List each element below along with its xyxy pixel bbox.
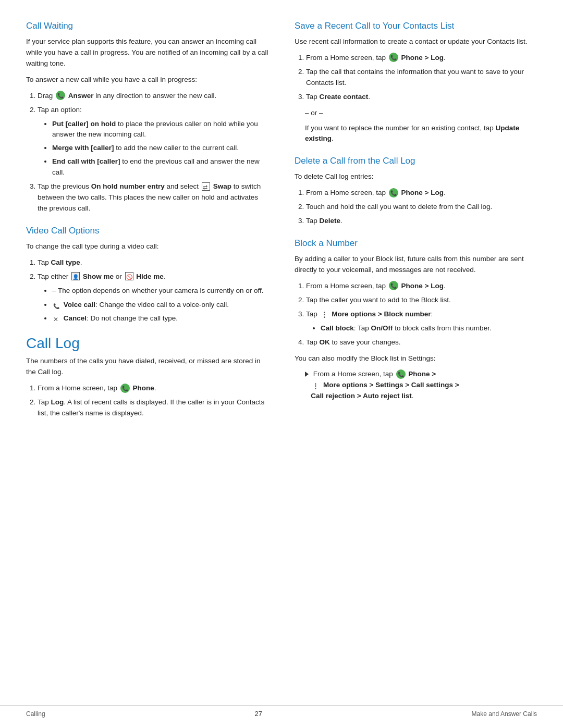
- call-log-section: Call Log The numbers of the calls you ha…: [26, 335, 268, 419]
- video-call-intro: To change the call type during a video c…: [26, 241, 268, 252]
- or-text: If you want to replace the number for an…: [305, 123, 537, 145]
- video-call-title: Video Call Options: [26, 226, 268, 236]
- video-call-steps: Tap Call type. Tap either Show me or Hid…: [26, 257, 268, 324]
- swap-icon: [202, 182, 210, 191]
- footer: Calling 27 Make and Answer Calls: [0, 705, 563, 718]
- cancel-icon: [53, 314, 60, 322]
- block-also-text: You can also modify the Block list in Se…: [295, 353, 537, 364]
- block-number-section: Block a Number By adding a caller to you…: [295, 238, 537, 402]
- phone-icon-sr1: [389, 53, 398, 62]
- call-log-title: Call Log: [26, 335, 268, 352]
- block-step1: From a Home screen, tap Phone > Log.: [306, 281, 537, 292]
- phone-icon-b2: [396, 369, 406, 379]
- call-log-step1: From a Home screen, tap Phone.: [38, 383, 268, 394]
- call-waiting-section: Call Waiting If your service plan suppor…: [26, 21, 268, 214]
- phone-icon: [120, 384, 130, 393]
- call-waiting-title: Call Waiting: [26, 21, 268, 31]
- more-options-icon2: [312, 381, 320, 389]
- more-options-icon: [321, 310, 329, 318]
- call-waiting-step2: Tap an option: Put [caller] on hold to p…: [38, 105, 268, 179]
- save-step2: Tap the call that contains the informati…: [306, 67, 537, 89]
- option-put-on-hold: Put [caller] on hold to place the previo…: [52, 119, 268, 141]
- call-waiting-step3: Tap the previous On hold number entry an…: [38, 181, 268, 214]
- arrow-right-icon: [305, 372, 309, 377]
- delete-step3: Tap Delete.: [306, 216, 537, 227]
- call-log-step2: Tap Log. A list of recent calls is displ…: [38, 397, 268, 419]
- option-end-call: End call with [caller] to end the previo…: [52, 156, 268, 178]
- save-recent-section: Save a Recent Call to Your Contacts List…: [295, 21, 537, 144]
- save-recent-steps: From a Home screen, tap Phone > Log. Tap…: [295, 53, 537, 103]
- footer-center: 27: [254, 710, 262, 718]
- delete-call-section: Delete a Call from the Call Log To delet…: [295, 156, 537, 227]
- phone-icon-b1: [389, 281, 398, 290]
- call-waiting-options: Put [caller] on hold to place the previo…: [43, 119, 268, 179]
- call-log-intro: The numbers of the calls you have dialed…: [26, 356, 268, 378]
- footer-right: Make and Answer Calls: [472, 710, 537, 718]
- call-block-bullet: Call block: Tap On/Off to block calls fr…: [321, 323, 537, 334]
- video-call-section: Video Call Options To change the call ty…: [26, 226, 268, 324]
- phone-icon-d1: [389, 188, 398, 198]
- cancel-option: Cancel: Do not change the call type.: [52, 313, 268, 324]
- answer-label: Answer: [68, 92, 94, 100]
- delete-step2: Touch and hold the call you want to dele…: [306, 202, 537, 213]
- block-also-arrow-block: From a Home screen, tap Phone > More opt…: [305, 369, 537, 402]
- or-divider-block: – or – If you want to replace the number…: [305, 108, 537, 145]
- option-merge: Merge with [caller] to add the new calle…: [52, 143, 268, 154]
- voice-icon: [53, 301, 60, 308]
- delete-call-title: Delete a Call from the Call Log: [295, 156, 537, 166]
- block-bullets: Call block: Tap On/Off to block calls fr…: [311, 323, 537, 334]
- call-waiting-intro: If your service plan supports this featu…: [26, 36, 268, 69]
- hide-me-icon: [125, 272, 133, 280]
- video-sub-options: – The option depends on whether your cam…: [43, 286, 268, 297]
- block-step4: Tap OK to save your changes.: [306, 337, 537, 348]
- save-step1: From a Home screen, tap Phone > Log.: [306, 53, 537, 64]
- or-divider: – or –: [305, 108, 537, 119]
- video-step1: Tap Call type.: [38, 257, 268, 268]
- block-number-steps: From a Home screen, tap Phone > Log. Tap…: [295, 281, 537, 348]
- save-recent-intro: Use recent call information to create a …: [295, 36, 537, 47]
- delete-step1: From a Home screen, tap Phone > Log.: [306, 188, 537, 199]
- delete-call-intro: To delete Call log entries:: [295, 171, 537, 182]
- block-step2: Tap the caller you want to add to the Bl…: [306, 295, 537, 306]
- show-me-icon: [71, 272, 80, 280]
- block-step3: Tap More options > Block number: Call bl…: [306, 309, 537, 334]
- save-step3: Tap Create contact.: [306, 92, 537, 103]
- video-step2: Tap either Show me or Hide me. – The opt…: [38, 272, 268, 324]
- call-log-steps: From a Home screen, tap Phone. Tap Log. …: [26, 383, 268, 419]
- voice-call-option: Voice call: Change the video call to a v…: [52, 300, 268, 311]
- block-number-title: Block a Number: [295, 238, 537, 249]
- call-waiting-to-answer: To answer a new call while you have a ca…: [26, 75, 268, 85]
- delete-call-steps: From a Home screen, tap Phone > Log. Tou…: [295, 188, 537, 227]
- block-number-intro: By adding a caller to your Block list, f…: [295, 254, 537, 276]
- video-camera-note: – The option depends on whether your cam…: [52, 286, 268, 297]
- footer-left: Calling: [26, 710, 45, 718]
- video-bullets: Voice call: Change the video call to a v…: [43, 300, 268, 324]
- save-recent-title: Save a Recent Call to Your Contacts List: [295, 21, 537, 31]
- call-waiting-steps: Drag Answer in any direction to answer t…: [26, 91, 268, 214]
- block-also-arrow: From a Home screen, tap Phone > More opt…: [305, 369, 537, 402]
- call-waiting-step1: Drag Answer in any direction to answer t…: [38, 91, 268, 102]
- answer-icon: [56, 91, 65, 100]
